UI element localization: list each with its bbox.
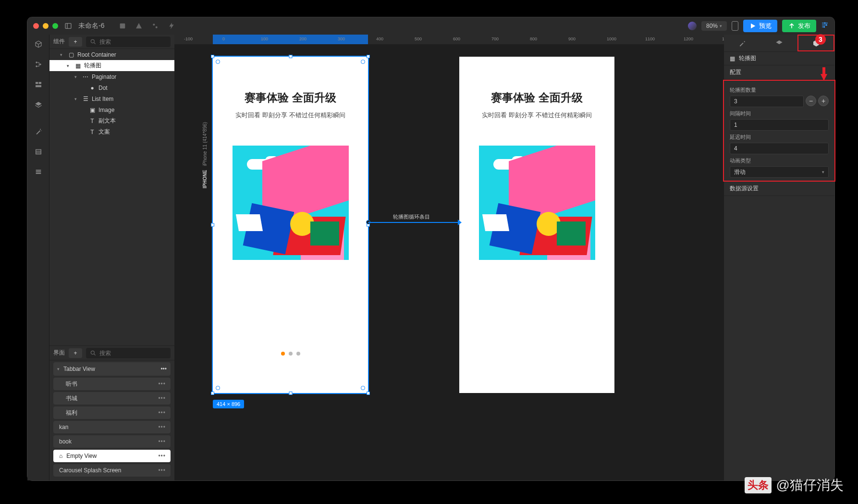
more-icon[interactable]: ••• <box>158 467 166 474</box>
carousel-icon: ▦ <box>730 55 735 62</box>
canvas-area[interactable]: IPHONEiPhone 11 (414*896) 赛事体验 全面升级 实时回看… <box>174 44 724 480</box>
more-icon[interactable]: ••• <box>158 395 166 402</box>
tree-subtitle[interactable]: T副文本 <box>49 115 174 126</box>
component-search-input[interactable] <box>99 38 167 45</box>
artboard-1[interactable]: 赛事体验 全面升级 实时回看 即刻分享 不错过任何精彩瞬间 <box>213 57 368 393</box>
rail-wand-icon[interactable] <box>34 127 43 136</box>
page-splash[interactable]: Carousel Splash Screen••• <box>53 464 171 477</box>
tab-layers[interactable] <box>761 35 798 51</box>
resize-handle[interactable] <box>289 392 292 395</box>
more-icon[interactable]: ••• <box>158 438 166 445</box>
delay-input[interactable] <box>730 143 829 154</box>
settings-icon[interactable] <box>821 21 829 31</box>
more-icon[interactable]: ••• <box>158 381 166 387</box>
resize-handle[interactable] <box>211 223 214 227</box>
page-label: Empty View <box>66 453 97 459</box>
page-p1[interactable]: 听书••• <box>53 378 171 390</box>
interval-input[interactable] <box>730 119 829 131</box>
tree-label: List Item <box>92 96 113 102</box>
rail-list-icon[interactable] <box>34 147 43 157</box>
corner-handle[interactable] <box>216 386 220 390</box>
count-input[interactable] <box>730 96 804 107</box>
page-dot[interactable] <box>296 352 300 356</box>
page-p2[interactable]: 书城••• <box>53 392 171 405</box>
ruler-mark: 400 <box>376 37 383 41</box>
save-icon[interactable] <box>118 21 127 31</box>
page-p4[interactable]: kan••• <box>53 421 171 433</box>
tree-root[interactable]: ▾▢Root Container <box>49 49 174 60</box>
page-dot-active[interactable] <box>281 352 285 356</box>
component-search[interactable] <box>86 37 171 47</box>
anim-value: 滑动 <box>734 168 746 176</box>
toolbar-icons <box>118 21 176 31</box>
more-icon[interactable]: ••• <box>158 453 166 459</box>
page-empty[interactable]: ⌂Empty View••• <box>53 450 171 462</box>
page-label: book <box>59 438 72 445</box>
anim-select[interactable]: 滑动▾ <box>730 166 829 178</box>
rail-box-icon[interactable] <box>34 39 43 49</box>
tree-dot[interactable]: ●Dot <box>49 82 174 93</box>
artboard-content: 赛事体验 全面升级 实时回看 即刻分享 不错过任何精彩瞬间 <box>459 57 614 260</box>
decrement-button[interactable]: − <box>806 96 816 106</box>
avatar[interactable] <box>688 22 697 30</box>
ruler-mark: 1000 <box>607 37 616 41</box>
add-page-button[interactable]: + <box>69 348 82 358</box>
shape-icon[interactable] <box>134 21 144 31</box>
page-dot[interactable] <box>289 352 293 356</box>
page-label: 书城 <box>66 394 77 403</box>
tree-label: 文案 <box>98 128 110 136</box>
close-icon[interactable] <box>33 23 39 29</box>
more-icon[interactable]: ••• <box>158 409 166 416</box>
vector-icon[interactable] <box>150 21 160 31</box>
page-label: 福利 <box>66 409 77 417</box>
corner-handle[interactable] <box>361 60 365 64</box>
publish-label: 发布 <box>798 22 810 30</box>
tree-image[interactable]: ▣Image <box>49 104 174 115</box>
bolt-icon[interactable] <box>167 21 176 31</box>
maximize-icon[interactable] <box>52 23 58 29</box>
tree-paginator[interactable]: ▾⋯Paginator <box>49 71 174 82</box>
rail-stack-icon[interactable] <box>34 167 43 177</box>
resize-handle[interactable] <box>289 55 292 58</box>
resize-handle[interactable] <box>367 392 370 395</box>
increment-button[interactable]: + <box>818 96 829 106</box>
inspector-header: ▦ 轮播图 <box>724 52 834 65</box>
corner-handle[interactable] <box>216 60 220 64</box>
artboard-content: 赛事体验 全面升级 实时回看 即刻分享 不错过任何精彩瞬间 <box>213 57 368 260</box>
paginator <box>281 352 300 356</box>
container-icon: ▢ <box>68 51 74 58</box>
publish-button[interactable]: 发布 <box>782 20 816 32</box>
add-component-button[interactable]: + <box>69 37 82 47</box>
page-search[interactable] <box>86 348 171 358</box>
device-icon[interactable] <box>732 21 738 31</box>
page-p5[interactable]: book••• <box>53 435 171 448</box>
datasource-section-title[interactable]: 数据源设置 <box>724 182 834 196</box>
resize-handle[interactable] <box>211 55 214 58</box>
components-header: 组件 + <box>49 35 174 49</box>
more-icon[interactable]: ••• <box>160 366 167 372</box>
rail-tree-icon[interactable] <box>34 60 43 69</box>
zoom-select[interactable]: 80%▾ <box>701 21 727 31</box>
tab-style[interactable] <box>724 35 761 51</box>
tree-copy[interactable]: T文案 <box>49 126 174 137</box>
resize-handle[interactable] <box>367 55 370 58</box>
rail-layout-icon[interactable] <box>34 80 43 89</box>
minimize-icon[interactable] <box>43 23 49 29</box>
resize-handle[interactable] <box>211 392 214 395</box>
ruler-horizontal: -100010020030040050060070080090010001100… <box>174 35 724 44</box>
ruler-mark: -100 <box>184 37 193 41</box>
preview-button[interactable]: 预览 <box>743 20 777 32</box>
more-icon[interactable]: ••• <box>158 424 166 430</box>
pages-header: 界面 + <box>49 346 174 360</box>
canvas[interactable]: -100010020030040050060070080090010001100… <box>174 35 724 480</box>
page-tabbar[interactable]: ▾Tabbar View••• <box>53 362 171 376</box>
rail-layers-icon[interactable] <box>34 100 43 110</box>
tree-carousel[interactable]: ▾▦轮播图 <box>49 60 174 71</box>
tree-list-item[interactable]: ▾☰List Item <box>49 93 174 104</box>
page-search-input[interactable] <box>99 350 167 356</box>
artboard-2[interactable]: 赛事体验 全面升级 实时回看 即刻分享 不错过任何精彩瞬间 <box>459 57 614 393</box>
page-p3[interactable]: 福利••• <box>53 406 171 419</box>
corner-handle[interactable] <box>361 386 365 390</box>
sidebar-toggle-icon[interactable] <box>63 21 74 31</box>
svg-line-29 <box>94 354 96 355</box>
